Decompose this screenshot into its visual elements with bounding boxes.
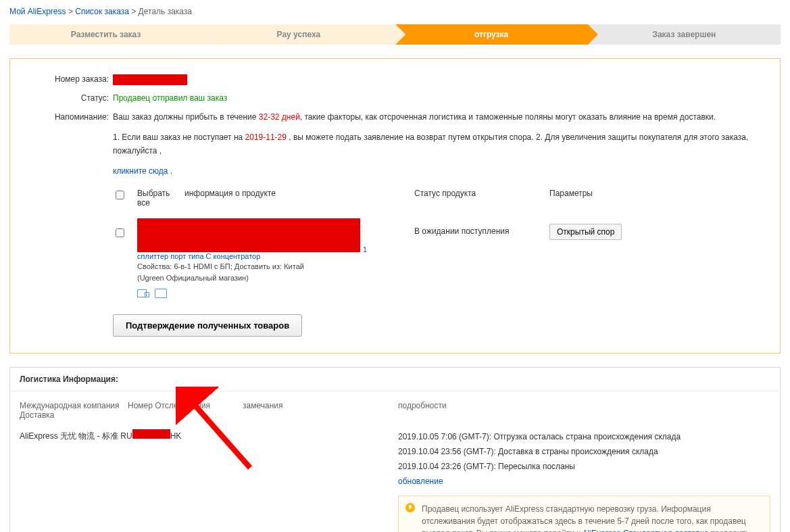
lcol-company: Международная компания Доставка bbox=[20, 401, 128, 420]
breadcrumb-list[interactable]: Список заказа bbox=[75, 7, 129, 16]
order-reminder-text: Ваш заказ должны прибыть в течение 32-32… bbox=[113, 110, 756, 178]
shipping-notice: Продавец использует AliExpress стандартн… bbox=[398, 495, 770, 532]
step-place-order: Разместить заказ bbox=[9, 24, 202, 45]
tracking-events: 2019.10.05 7:06 (GMT-7): Отгрузка остала… bbox=[398, 429, 770, 489]
order-reminder-label: Напоминание: bbox=[34, 110, 109, 178]
progress-steps: Разместить заказ Pay успеха отгрузка Зак… bbox=[9, 24, 781, 45]
truck-icon bbox=[137, 289, 149, 297]
tracking-event: 2019.10.04 23:26 (GMT-7): Пересылка посл… bbox=[398, 459, 770, 474]
click-here-link[interactable]: кликните сюда bbox=[113, 166, 168, 176]
breadcrumb-sep: > bbox=[131, 7, 136, 16]
order-details-box: Номер заказа: Статус: Продавец отправил … bbox=[9, 58, 781, 354]
step-completed: Заказ завершен bbox=[588, 24, 781, 45]
dot: . bbox=[168, 166, 172, 176]
reminder-date: 2019-11-29 bbox=[245, 132, 287, 142]
reminder-part: , такие факторы, как отсроченная логисти… bbox=[300, 112, 716, 122]
order-number-redacted bbox=[113, 74, 187, 85]
package-icon bbox=[155, 289, 167, 298]
lcol-tracking: Номер Отслеживания bbox=[128, 401, 243, 420]
lcol-details: подробности bbox=[398, 401, 770, 420]
lcol-notes: замечания bbox=[243, 401, 398, 420]
tracking-event: 2019.10.04 23:56 (GMT-7): Доставка в стр… bbox=[398, 444, 770, 459]
confirm-received-button[interactable]: Подтверждение полученных товаров bbox=[113, 314, 302, 337]
lightbulb-icon bbox=[405, 503, 415, 512]
shipping-company: AliExpress 无忧 物流 - 标准 bbox=[20, 431, 118, 441]
reminder-part: Ваш заказ должны прибыть в течение bbox=[113, 112, 259, 122]
update-link[interactable]: обновление bbox=[398, 477, 443, 486]
order-number-label: Номер заказа: bbox=[34, 72, 109, 86]
logistics-title: Логистика Информация: bbox=[10, 368, 780, 391]
reminder-part: 1. Если ваш заказ не поступает на bbox=[113, 132, 245, 142]
product-title-link[interactable]: сплиттер порт типа C концентратор bbox=[137, 252, 414, 260]
tracking-event: 2019.10.05 7:06 (GMT-7): Отгрузка остала… bbox=[398, 429, 770, 444]
product-properties: Свойства: 6-в-1 HDMI с БП; Доставить из:… bbox=[137, 262, 414, 272]
reminder-days: 32-32 дней bbox=[259, 112, 300, 122]
order-status-label: Статус: bbox=[34, 91, 109, 105]
select-all-checkbox[interactable] bbox=[116, 191, 124, 199]
order-status-value: Продавец отправил ваш заказ bbox=[113, 91, 756, 105]
col-parameters: Параметры bbox=[549, 189, 671, 208]
breadcrumb-sep: > bbox=[68, 7, 73, 16]
notice-text: Продавец использует AliExpress стандартн… bbox=[422, 504, 746, 532]
row-status: В ожидании поступления bbox=[414, 218, 549, 298]
logistics-row: AliExpress 无忧 物流 - 标准 RUHK 2019.10.05 7:… bbox=[20, 429, 770, 532]
tracking-prefix: RU bbox=[120, 431, 132, 441]
step-pay-success: Pay успеха bbox=[202, 24, 395, 45]
breadcrumb-current: Деталь заказа bbox=[139, 7, 192, 16]
col-select-all: Выбрать все bbox=[137, 189, 184, 208]
breadcrumb-my[interactable]: Мой AliExpress bbox=[9, 7, 66, 16]
row-checkbox[interactable] bbox=[116, 228, 124, 237]
table-row: 1 сплиттер порт типа C концентратор Свой… bbox=[113, 212, 756, 305]
col-product-status: Статус продукта bbox=[414, 189, 549, 208]
step-shipment: отгрузка bbox=[395, 24, 588, 45]
standard-shipping-link[interactable]: AliExpress Стандартная доставка bbox=[583, 529, 708, 532]
product-thumbnail-redacted: 1 bbox=[137, 218, 360, 252]
product-shop: (Ugreen Официальный магазин) bbox=[137, 273, 414, 283]
logistics-columns-header: Международная компания Доставка Номер От… bbox=[20, 401, 770, 420]
tracking-redacted bbox=[132, 429, 170, 439]
product-qty: 1 bbox=[363, 245, 367, 253]
product-table-header: Выбрать все информация о продукте Статус… bbox=[113, 185, 756, 212]
logistics-box: Логистика Информация: Международная комп… bbox=[9, 367, 781, 532]
breadcrumb: Мой AliExpress > Список заказа > Деталь … bbox=[9, 7, 781, 16]
tracking-suffix: HK bbox=[170, 431, 182, 441]
open-dispute-button[interactable]: Открытый спор bbox=[549, 224, 622, 240]
product-table: Выбрать все информация о продукте Статус… bbox=[113, 185, 756, 305]
col-product-info: информация о продукте bbox=[184, 189, 414, 208]
